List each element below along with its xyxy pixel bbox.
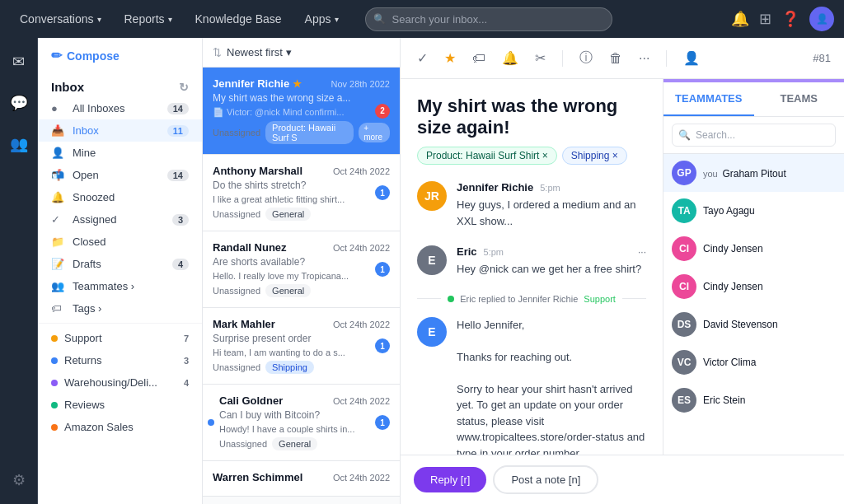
right-sidebar: TEAMMATES TEAMS 🔍 GP you Graham Pitout: [663, 79, 844, 455]
cut-icon[interactable]: ✂: [532, 47, 549, 69]
snoozed-icon: 🔔: [51, 191, 66, 203]
label-amazon-sales[interactable]: Amazon Sales: [38, 416, 202, 438]
assigned-icon: ✓: [51, 213, 66, 226]
star-icon: ★: [293, 78, 302, 90]
cindy-avatar-2: CI: [672, 274, 696, 299]
far-sidebar: ✉ 💬 👥 ⚙: [0, 38, 38, 504]
reply-button[interactable]: Reply [r]: [414, 467, 486, 492]
label-reviews[interactable]: Reviews: [38, 394, 202, 416]
label-support[interactable]: Support 7: [38, 327, 202, 349]
nav-conversations[interactable]: Conversations ▾: [10, 7, 111, 30]
warehousing-dot: [51, 380, 58, 386]
info-icon[interactable]: ⓘ: [576, 46, 596, 70]
note-button[interactable]: Post a note [n]: [493, 465, 598, 494]
conv-tags: Product: Hawaii Surf Shirt × Shipping ×: [417, 147, 646, 165]
unread-badge: 1: [375, 415, 390, 430]
rs-agent-cindy-1[interactable]: CI Cindy Jensen: [663, 230, 844, 268]
refresh-icon[interactable]: ↻: [179, 81, 189, 94]
sort-chevron-icon: ▾: [286, 46, 292, 58]
rs-agent-david[interactable]: DS David Stevenson: [663, 306, 844, 343]
tags-icon: 🏷: [51, 302, 66, 315]
message-divider: Eric replied to Jennifer Richie Support: [417, 294, 646, 304]
nav-drafts[interactable]: 📝 Drafts 4: [38, 253, 202, 275]
conv-list-header: ⇅ Newest first ▾: [203, 38, 400, 68]
nav-teammates[interactable]: 👥 Teammates ›: [38, 275, 202, 297]
rs-search: 🔍: [663, 117, 844, 154]
returns-dot: [51, 357, 58, 364]
nav-inbox[interactable]: 📥 Inbox 11: [38, 119, 202, 142]
rs-search-icon: 🔍: [678, 129, 691, 141]
tag-shipping[interactable]: Shipping ×: [562, 147, 627, 165]
nav-tags[interactable]: 🏷 Tags ›: [38, 297, 202, 320]
nav-assigned[interactable]: ✓ Assigned 3: [38, 208, 202, 231]
conversation-list: ⇅ Newest first ▾ Jennifer Richie ★ Nov 2…: [203, 38, 401, 504]
nav-apps[interactable]: Apps ▾: [295, 7, 349, 30]
conv-item-mark-mahler[interactable]: Mark Mahler Oct 24th 2022 Surprise prese…: [203, 308, 400, 385]
rs-agent-victor[interactable]: VC Victor Clima: [663, 343, 844, 381]
rs-search-input[interactable]: [672, 124, 836, 147]
nav-mine[interactable]: 👤 Mine: [38, 142, 202, 164]
more-icon[interactable]: ···: [635, 48, 653, 69]
contacts-icon[interactable]: 👥: [5, 130, 33, 158]
check-icon[interactable]: ✓: [414, 47, 431, 69]
conv-item-randall-nunez[interactable]: Randall Nunez Oct 24th 2022 Are shorts a…: [203, 231, 400, 308]
compose-icon: ✏: [51, 48, 62, 63]
conv-item-jennifer-richie[interactable]: Jennifer Richie ★ Nov 28th 2022 My shirt…: [203, 68, 400, 155]
jennifer-avatar: JR: [417, 181, 447, 211]
teammates-icon: 👥: [51, 280, 66, 292]
label-warehousing[interactable]: Warehousing/Deli... 4: [38, 371, 202, 394]
search-input[interactable]: [365, 7, 612, 31]
sort-icon: ⇅: [213, 46, 222, 58]
conv-item-cali-goldner[interactable]: Cali Goldner Oct 24th 2022 Can I buy wit…: [203, 385, 400, 461]
message-eric-long: E Hello Jennifer, Thanks for reaching ou…: [417, 317, 646, 455]
unread-badge: 2: [375, 104, 390, 119]
conv-main: My shirt was the wrong size again! Produ…: [401, 79, 844, 455]
tag-toolbar-icon[interactable]: 🏷: [469, 48, 489, 69]
conv-item-anthony-marshall[interactable]: Anthony Marshall Oct 24th 2022 Do the sh…: [203, 155, 400, 231]
left-panel: ✏ Compose Inbox ↻ ● All Inboxes 14 📥 Inb…: [38, 38, 203, 504]
message-jennifer: JR Jennifer Richie 5:pm Hey guys, I orde…: [417, 181, 646, 229]
label-returns[interactable]: Returns 3: [38, 349, 202, 371]
conversation-list-items: Jennifer Richie ★ Nov 28th 2022 My shirt…: [203, 68, 400, 504]
nav-reports[interactable]: Reports ▾: [115, 7, 182, 30]
rs-agent-graham[interactable]: GP you Graham Pitout: [663, 154, 844, 192]
general-badge: General: [265, 208, 311, 221]
user-avatar[interactable]: 👤: [809, 7, 834, 31]
shipping-badge: Shipping: [265, 361, 314, 374]
help-icon[interactable]: ❓: [781, 10, 799, 28]
compose-button[interactable]: ✏ Compose: [38, 38, 202, 73]
tab-teammates[interactable]: TEAMMATES: [663, 82, 754, 116]
reviews-dot: [51, 402, 58, 408]
inbox-icon[interactable]: ✉: [7, 48, 30, 76]
top-nav: Conversations ▾ Reports ▾ Knowledge Base…: [0, 0, 844, 38]
message-more-icon[interactable]: ···: [638, 246, 646, 258]
chevron-down-icon: ▾: [97, 15, 101, 24]
unread-badge: 1: [375, 185, 390, 200]
nav-all-inboxes[interactable]: ● All Inboxes 14: [38, 97, 202, 119]
trash-icon[interactable]: 🗑: [606, 48, 626, 69]
rs-agent-tayo[interactable]: TA Tayo Agagu: [663, 192, 844, 230]
nav-closed[interactable]: 📁 Closed: [38, 231, 202, 253]
rs-agent-ericstein[interactable]: ES Eric Stein: [663, 381, 844, 419]
bell-icon[interactable]: 🔔: [731, 10, 749, 28]
tab-teams[interactable]: TEAMS: [754, 82, 845, 116]
eric-avatar-long: E: [417, 317, 447, 347]
nav-snoozed[interactable]: 🔔 Snoozed: [38, 186, 202, 208]
conv-item-warren-schimmel[interactable]: Warren Schimmel Oct 24th 2022: [203, 461, 400, 497]
nav-open[interactable]: 📬 Open 14: [38, 164, 202, 186]
star-toolbar-icon[interactable]: ★: [441, 47, 459, 69]
sort-button[interactable]: Newest first ▾: [227, 46, 292, 58]
drafts-icon: 📝: [51, 258, 66, 270]
tag-product[interactable]: Product: Hawaii Surf Shirt ×: [417, 147, 557, 165]
profile-icon[interactable]: 👤: [680, 47, 703, 69]
toolbar-separator-2: [666, 50, 667, 67]
chat-icon[interactable]: 💬: [5, 89, 33, 117]
general-badge: General: [272, 437, 317, 450]
grid-icon[interactable]: ⊞: [759, 10, 771, 28]
reminder-icon[interactable]: 🔔: [499, 47, 522, 69]
nav-knowledge-base[interactable]: Knowledge Base: [185, 7, 292, 30]
closed-icon: 📁: [51, 236, 66, 248]
settings-icon[interactable]: ⚙: [7, 466, 30, 494]
rs-agent-cindy-2[interactable]: CI Cindy Jensen: [663, 268, 844, 306]
ericstein-avatar: ES: [672, 388, 696, 413]
